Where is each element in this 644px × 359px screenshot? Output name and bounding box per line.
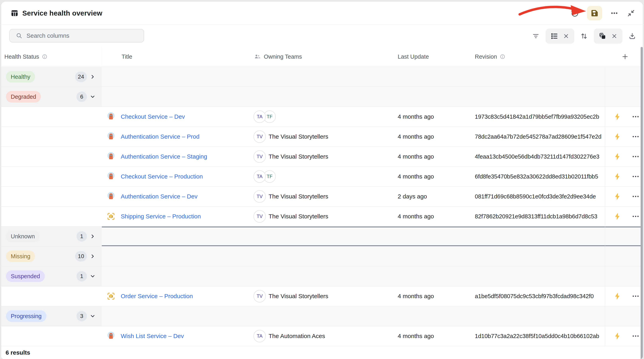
last-update-value: 4 months ago (398, 293, 434, 299)
collapse-icon[interactable] (626, 9, 636, 18)
service-row[interactable]: Shipping Service – Production TV The Vis… (1, 207, 643, 227)
search-input[interactable] (26, 32, 134, 39)
save-button[interactable] (587, 6, 602, 20)
page-title: Service health overview (22, 9, 102, 17)
service-title-link[interactable]: Authentication Service – Dev (121, 193, 198, 200)
group-row[interactable]: Missing 10 (1, 246, 643, 266)
service-row[interactable]: Wish List Service – Dev TA The Automatio… (1, 326, 643, 346)
undo-button[interactable] (570, 9, 580, 18)
team-avatars: TV (254, 290, 266, 302)
service-row[interactable]: Authentication Service – Prod TV The Vis… (1, 127, 643, 147)
group-count: 10 (75, 251, 87, 261)
row-menu-button[interactable] (631, 192, 640, 201)
service-row[interactable]: Authentication Service – Staging TV The … (1, 147, 643, 167)
team-avatars: TATF (254, 111, 276, 123)
group-row[interactable]: Progressing 3 (1, 306, 643, 326)
add-column-button[interactable] (605, 47, 643, 67)
status-badge: Progressing (6, 310, 46, 322)
lightning-action-button[interactable] (613, 192, 622, 201)
row-menu-button[interactable] (631, 172, 640, 181)
team-name: The Visual Storytellers (268, 293, 328, 299)
vertical-scrollbar[interactable] (640, 47, 643, 359)
team-name: The Visual Storytellers (268, 213, 328, 220)
lightning-action-button[interactable] (613, 152, 622, 161)
row-menu-button[interactable] (631, 331, 640, 341)
clear-list-icon[interactable] (563, 32, 570, 41)
octopus-icon (106, 331, 116, 341)
table-body: Healthy 24 Degraded 6 (1, 67, 643, 346)
chevron-down-icon[interactable] (90, 273, 96, 279)
column-header-title: Title (102, 47, 248, 67)
row-menu-button[interactable] (631, 152, 640, 161)
service-row[interactable]: Checkout Service – Production TATF 4 mon… (1, 167, 643, 187)
column-header-health-status: Health Status (1, 47, 102, 67)
team-avatars: TATF (254, 170, 276, 183)
chevron-down-icon[interactable] (90, 313, 96, 319)
row-menu-button[interactable] (631, 132, 640, 141)
group-count: 6 (76, 92, 87, 102)
download-icon[interactable] (628, 32, 637, 41)
lightning-action-button[interactable] (613, 292, 622, 301)
lightning-action-button[interactable] (613, 112, 622, 121)
lightning-action-button[interactable] (613, 212, 622, 221)
chevron-down-icon[interactable] (90, 94, 96, 100)
service-title-link[interactable]: Checkout Service – Production (121, 173, 203, 180)
sort-icon[interactable] (580, 32, 588, 41)
group-count: 24 (75, 72, 87, 82)
service-title-link[interactable]: Authentication Service – Prod (121, 133, 200, 140)
filter-icon[interactable] (531, 32, 540, 41)
last-update-value: 4 months ago (398, 133, 434, 140)
lightning-action-button[interactable] (613, 132, 622, 141)
team-name: The Visual Storytellers (268, 133, 328, 140)
group-row[interactable]: Suspended 1 (1, 266, 643, 286)
service-title-link[interactable]: Shipping Service – Production (121, 213, 201, 220)
revision-hash: 1d10b77c3a2a22c38f5f10a5dd0c4b10b66102ab (475, 333, 599, 339)
column-header-row: Health Status Title Owning Teams Last Up… (1, 47, 643, 67)
service-row[interactable]: Authentication Service – Dev TV The Visu… (1, 187, 643, 207)
service-health-card: Service health overview (1, 2, 643, 359)
last-update-value: 4 months ago (398, 213, 434, 220)
group-pill (594, 29, 622, 44)
clear-group-icon[interactable] (611, 32, 618, 41)
revision-hash: 78dc2aa64a7b72de545278a7ad28609e1f547e2d (475, 133, 601, 140)
service-title-link[interactable]: Checkout Service – Dev (121, 113, 185, 120)
search-box[interactable] (9, 29, 144, 43)
avatar: TV (254, 290, 266, 302)
status-badge: Unknown (6, 231, 40, 242)
group-copy-icon[interactable] (598, 32, 606, 41)
lightning-action-button[interactable] (613, 331, 622, 341)
more-options-button[interactable] (610, 9, 619, 18)
avatar: TV (254, 210, 266, 223)
avatar: TA (254, 111, 266, 123)
service-title-link[interactable]: Wish List Service – Dev (121, 333, 184, 339)
group-row[interactable]: Degraded 6 (1, 87, 643, 107)
revision-hash: 4feaa13cb4500e56db4db73211d147fd302276e3 (475, 153, 599, 160)
list-view-icon[interactable] (550, 32, 558, 41)
table-icon (11, 9, 18, 17)
last-update-value: 4 months ago (398, 153, 434, 160)
chevron-right-icon[interactable] (90, 253, 96, 259)
column-header-owning-teams: Owning Teams (248, 47, 390, 67)
group-row[interactable]: Healthy 24 (1, 67, 643, 87)
chevron-right-icon[interactable] (90, 233, 96, 239)
service-title-link[interactable]: Authentication Service – Staging (121, 153, 207, 160)
cube-icon (106, 291, 116, 301)
plus-icon (622, 53, 629, 60)
info-icon (500, 54, 505, 60)
last-update-value: 4 months ago (398, 333, 434, 339)
row-menu-button[interactable] (631, 112, 640, 121)
service-title-link[interactable]: Order Service – Production (121, 293, 193, 299)
avatar: TA (254, 330, 266, 342)
group-row[interactable]: Unknown 1 (1, 227, 643, 246)
service-row[interactable]: Order Service – Production TV The Visual… (1, 286, 643, 306)
row-menu-button[interactable] (631, 292, 640, 301)
team-name: The Visual Storytellers (268, 153, 328, 160)
column-header-last-update: Last Update (390, 47, 472, 67)
lightning-action-button[interactable] (613, 172, 622, 181)
search-icon (16, 32, 22, 39)
service-row[interactable]: Checkout Service – Dev TATF 4 months ago… (1, 107, 643, 127)
octopus-icon (106, 132, 116, 141)
row-menu-button[interactable] (631, 212, 640, 221)
chevron-right-icon[interactable] (90, 74, 96, 80)
title-bar: Service health overview (1, 2, 643, 25)
